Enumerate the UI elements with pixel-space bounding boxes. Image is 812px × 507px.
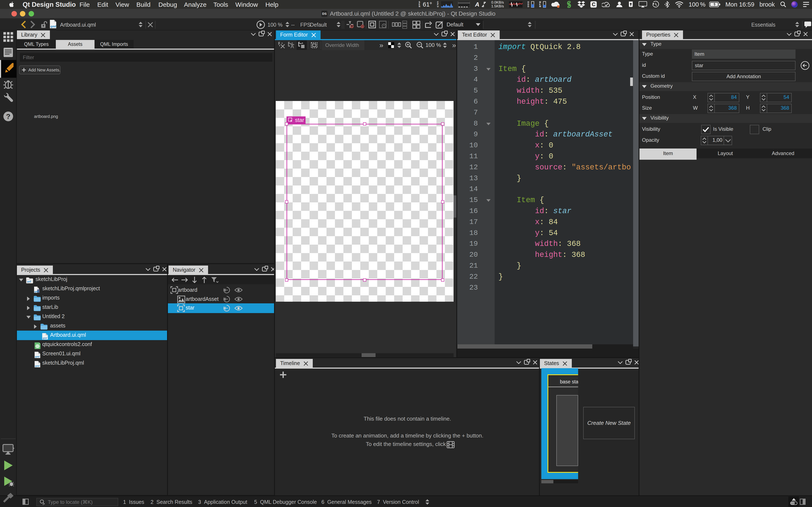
- svg-text:qml: qml: [50, 24, 56, 28]
- svg-text:qml: qml: [34, 290, 39, 293]
- svg-text:qml: qml: [35, 355, 39, 358]
- svg-text:qml: qml: [27, 280, 31, 283]
- svg-text:qml: qml: [43, 337, 47, 339]
- svg-text:qml: qml: [35, 364, 39, 367]
